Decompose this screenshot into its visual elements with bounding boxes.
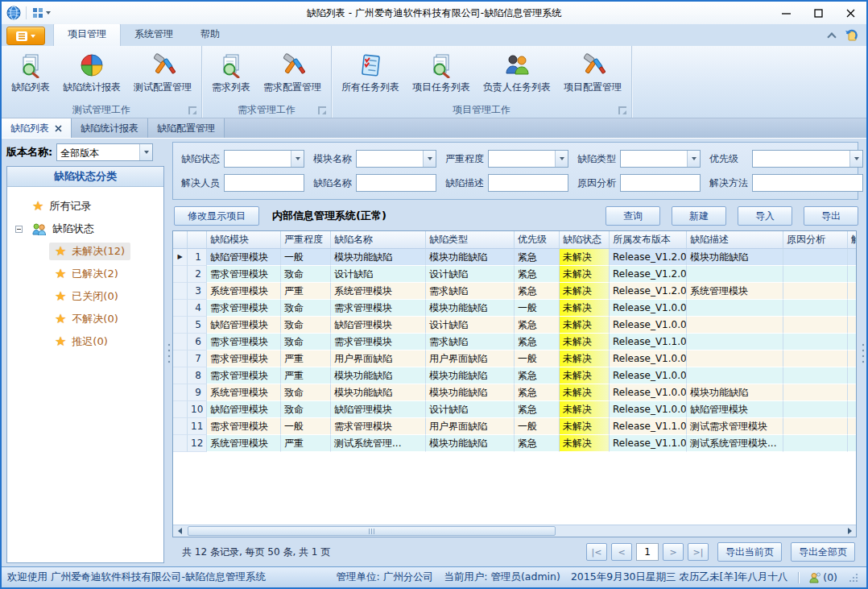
all-tasks-button[interactable]: 所有任务列表 <box>335 48 406 96</box>
cell: 一般 <box>281 418 331 435</box>
column-header-3[interactable]: 缺陷类型 <box>426 231 515 249</box>
chevron-down-icon[interactable] <box>687 151 700 167</box>
tree-item[interactable]: ★已解决(2) <box>10 263 160 285</box>
tree-item[interactable]: ★所有记录 <box>10 195 160 218</box>
cell: 模块功能缺陷 <box>331 367 426 384</box>
scroll-right-icon[interactable] <box>843 525 856 537</box>
dialog-launcher-icon[interactable] <box>188 106 196 114</box>
tree-item[interactable]: ★推迟(0) <box>10 330 160 353</box>
table-row[interactable]: 4需求管理模块致命需求管理模块模块功能缺陷一般未解决Release_V1.0.0 <box>173 300 856 317</box>
new-button[interactable]: 新建 <box>672 206 726 226</box>
left-splitter[interactable] <box>166 139 172 566</box>
requirement-list-button[interactable]: 需求列表 <box>205 48 257 96</box>
filter-input-2[interactable] <box>488 174 568 192</box>
version-label: 版本名称: <box>6 145 52 160</box>
chevron-down-icon[interactable] <box>291 151 304 167</box>
scroll-left-icon[interactable] <box>173 525 186 537</box>
column-header-0[interactable]: 缺陷模块 <box>207 231 281 249</box>
chevron-down-icon[interactable] <box>139 144 152 160</box>
search-button[interactable]: 查询 <box>606 206 660 226</box>
table-row[interactable]: 8需求管理模块严重模块功能缺陷模块功能缺陷紧急未解决Release_V1.0.0 <box>173 367 856 384</box>
project-config-button[interactable]: 项目配置管理 <box>557 48 628 96</box>
doc-tab-defect-list[interactable]: 缺陷列表 <box>2 118 72 138</box>
next-page-button[interactable]: > <box>663 543 684 561</box>
ribbon-help-icon[interactable] <box>845 29 858 42</box>
column-header-1[interactable]: 严重程度 <box>281 231 331 249</box>
import-button[interactable]: 导入 <box>738 206 792 226</box>
cell: 致命 <box>281 401 331 418</box>
column-header-2[interactable]: 缺陷名称 <box>331 231 426 249</box>
collapse-minus-icon[interactable] <box>15 226 23 233</box>
tree-item[interactable]: 缺陷状态 <box>10 218 160 240</box>
table-row[interactable]: 3系统管理模块严重系统管理模块需求缺陷紧急未解决Release_V1.2.0系统… <box>173 283 856 300</box>
table-row[interactable]: 5缺陷管理模块致命缺陷管理模块设计缺陷紧急未解决Release_V1.0.0 <box>173 317 856 334</box>
table-row[interactable]: 2需求管理模块致命设计缺陷设计缺陷紧急未解决Release_V1.2.0 <box>173 266 856 283</box>
maximize-button[interactable] <box>802 3 834 23</box>
ribbon-tab-system[interactable]: 系统管理 <box>121 23 187 46</box>
filter-combo-2[interactable] <box>488 150 568 168</box>
close-button[interactable] <box>834 3 866 23</box>
doc-tab-defect-stats[interactable]: 缺陷统计报表 <box>72 118 148 138</box>
application-menu-button[interactable] <box>6 27 45 45</box>
cell: 紧急 <box>515 384 560 401</box>
filter-combo-1[interactable] <box>356 150 436 168</box>
minimize-button[interactable] <box>770 3 802 23</box>
chevron-down-icon[interactable] <box>555 151 568 167</box>
prev-page-button[interactable]: < <box>611 543 632 561</box>
tree-item[interactable]: ★已关闭(0) <box>10 285 160 308</box>
page-number-input[interactable]: 1 <box>636 543 659 561</box>
table-row[interactable]: 12系统管理模块严重测试系统管理...模块功能缺陷紧急未解决Release_V1… <box>173 435 856 452</box>
filter-combo-0[interactable] <box>224 150 304 168</box>
collapse-ribbon-chevron-up-icon[interactable] <box>827 32 836 41</box>
filter-combo-3[interactable] <box>620 150 701 168</box>
export-all-pages-button[interactable]: 导出全部页 <box>791 542 855 562</box>
dialog-launcher-icon[interactable] <box>618 106 626 114</box>
dialog-launcher-icon[interactable] <box>318 106 326 114</box>
resize-grip[interactable] <box>849 573 858 582</box>
export-current-page-button[interactable]: 导出当前页 <box>717 542 782 562</box>
filter-input-3[interactable] <box>620 174 701 192</box>
tree-item[interactable]: ★不解决(0) <box>10 308 160 330</box>
filter-input-1[interactable] <box>356 174 436 192</box>
doc-tab-defect-config[interactable]: 缺陷配置管理 <box>148 118 225 138</box>
table-row[interactable]: 7需求管理模块严重用户界面缺陷用户界面缺陷一般未解决Release_V1.0.0 <box>173 350 856 367</box>
ribbon-tab-project[interactable]: 项目管理 <box>53 23 121 46</box>
horizontal-scrollbar[interactable] <box>173 525 856 537</box>
pie-chart-icon <box>79 52 105 78</box>
column-header-6[interactable]: 所属发布版本 <box>610 231 687 249</box>
scrollbar-thumb[interactable] <box>188 526 556 536</box>
quick-access-toolbar-button[interactable] <box>31 6 52 20</box>
table-row[interactable]: 11需求管理模块一般需求管理模块用户界面缺陷一般未解决Release_V1.1.… <box>173 418 856 435</box>
first-page-button[interactable]: |< <box>586 543 607 561</box>
tree-item[interactable]: ★未解决(12) <box>10 240 160 263</box>
requirement-config-button[interactable]: 需求配置管理 <box>257 48 328 96</box>
column-header-8[interactable]: 原因分析 <box>783 231 848 249</box>
owner-tasks-button[interactable]: 负责人任务列表 <box>477 48 557 96</box>
defect-stats-report-button[interactable]: 缺陷统计报表 <box>56 48 127 96</box>
cell <box>783 317 848 334</box>
column-header-5[interactable]: 缺陷状态 <box>560 231 610 249</box>
column-header-9[interactable]: 解决方法 <box>848 231 857 249</box>
right-splitter[interactable] <box>860 139 866 566</box>
table-row[interactable]: 10缺陷管理模块致命缺陷管理模块设计缺陷紧急未解决Release_V1.0.0缺… <box>173 401 856 418</box>
filter-input-4[interactable] <box>752 174 863 192</box>
close-icon[interactable] <box>55 125 62 132</box>
project-tasks-button[interactable]: 项目任务列表 <box>406 48 477 96</box>
chevron-down-icon[interactable] <box>423 151 436 167</box>
table-row[interactable]: 9系统管理模块致命模块功能缺陷模块功能缺陷紧急未解决Release_V1.0.0… <box>173 384 856 401</box>
filter-combo-4[interactable] <box>752 150 863 168</box>
scrollbar-track[interactable] <box>186 525 843 537</box>
defect-list-button[interactable]: 缺陷列表 <box>5 48 56 96</box>
ribbon-tab-help[interactable]: 帮助 <box>187 23 234 46</box>
export-button[interactable]: 导出 <box>804 206 858 226</box>
test-config-button[interactable]: 测试配置管理 <box>127 48 198 96</box>
modify-columns-button[interactable]: 修改显示项目 <box>174 206 259 226</box>
table-row[interactable]: 6需求管理模块致命需求管理模块需求缺陷紧急未解决Release_V1.1.0 <box>173 334 856 350</box>
table-row[interactable]: ▶1缺陷管理模块一般模块功能缺陷模块功能缺陷紧急未解决Release_V1.2.… <box>173 249 856 266</box>
star-icon: ★ <box>32 201 43 212</box>
last-page-button[interactable]: >| <box>688 543 709 561</box>
version-combobox[interactable]: 全部版本 <box>56 143 153 161</box>
filter-input-0[interactable] <box>224 174 304 192</box>
column-header-4[interactable]: 优先级 <box>515 231 560 249</box>
column-header-7[interactable]: 缺陷描述 <box>687 231 783 249</box>
